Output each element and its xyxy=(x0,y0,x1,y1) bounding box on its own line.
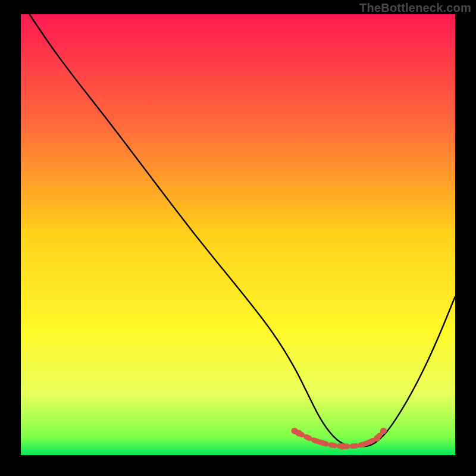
plot-background xyxy=(21,14,455,455)
watermark-text: TheBottleneck.com xyxy=(359,1,471,15)
optimum-marker-dot xyxy=(339,443,346,450)
optimum-marker-dot xyxy=(374,435,380,441)
bottleneck-chart xyxy=(0,0,476,476)
optimum-marker-dot xyxy=(296,430,302,437)
optimum-marker-dot xyxy=(380,428,387,434)
chart-container: TheBottleneck.com xyxy=(0,0,476,476)
